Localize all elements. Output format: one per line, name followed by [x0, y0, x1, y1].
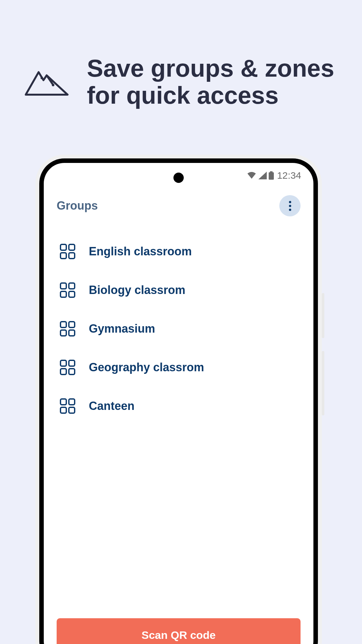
grid-icon: [60, 244, 75, 259]
svg-rect-22: [60, 407, 66, 413]
group-item-geography[interactable]: Geography classrom: [57, 348, 301, 387]
svg-rect-20: [60, 399, 66, 405]
phone-mockup: 12:34 Groups: [35, 155, 322, 644]
group-label: Biology classrom: [89, 283, 185, 297]
svg-point-0: [41, 77, 43, 79]
mountains-logo-icon: [23, 66, 71, 98]
svg-rect-19: [69, 369, 75, 374]
svg-rect-13: [69, 322, 75, 327]
group-label: Gymnasium: [89, 322, 155, 336]
group-label: Geography classrom: [89, 361, 204, 374]
svg-rect-6: [60, 253, 66, 259]
scan-qr-button[interactable]: Scan QR code: [57, 618, 301, 644]
app-header: Groups: [44, 195, 313, 216]
more-options-button[interactable]: [279, 195, 301, 216]
promo-header: Save groups & zones for quick access: [0, 0, 362, 109]
grid-icon: [60, 321, 75, 336]
group-item-gymnasium[interactable]: Gymnasium: [57, 309, 301, 348]
svg-rect-5: [69, 244, 75, 250]
svg-rect-14: [60, 330, 66, 336]
camera-cutout: [173, 173, 184, 183]
grid-icon: [60, 282, 75, 298]
svg-rect-11: [69, 291, 75, 297]
group-item-biology[interactable]: Biology classrom: [57, 271, 301, 309]
group-label: Canteen: [89, 399, 135, 413]
grid-icon: [60, 360, 75, 375]
grid-icon: [60, 398, 75, 414]
group-item-english[interactable]: English classroom: [57, 232, 301, 271]
svg-rect-15: [69, 330, 75, 336]
status-bar: 12:34: [247, 170, 301, 181]
svg-rect-10: [60, 291, 66, 297]
svg-rect-16: [60, 360, 66, 366]
promo-headline: Save groups & zones for quick access: [87, 55, 339, 109]
page-title: Groups: [57, 199, 98, 213]
svg-rect-21: [69, 399, 75, 405]
svg-rect-9: [69, 283, 75, 289]
battery-icon: [269, 171, 274, 180]
svg-rect-3: [269, 172, 274, 180]
group-label: English classroom: [89, 245, 192, 258]
more-vertical-icon: [289, 201, 291, 211]
wifi-icon: [247, 172, 256, 179]
status-time: 12:34: [277, 170, 301, 181]
groups-list: English classroom Biology classrom: [44, 232, 313, 425]
svg-rect-7: [69, 253, 75, 259]
svg-rect-23: [69, 407, 75, 413]
svg-rect-4: [60, 244, 66, 250]
svg-rect-12: [60, 322, 66, 327]
svg-rect-18: [60, 369, 66, 374]
svg-rect-8: [60, 283, 66, 289]
signal-icon: [258, 172, 267, 179]
svg-rect-17: [69, 360, 75, 366]
svg-rect-2: [270, 171, 273, 172]
group-item-canteen[interactable]: Canteen: [57, 387, 301, 425]
svg-point-1: [52, 84, 54, 86]
